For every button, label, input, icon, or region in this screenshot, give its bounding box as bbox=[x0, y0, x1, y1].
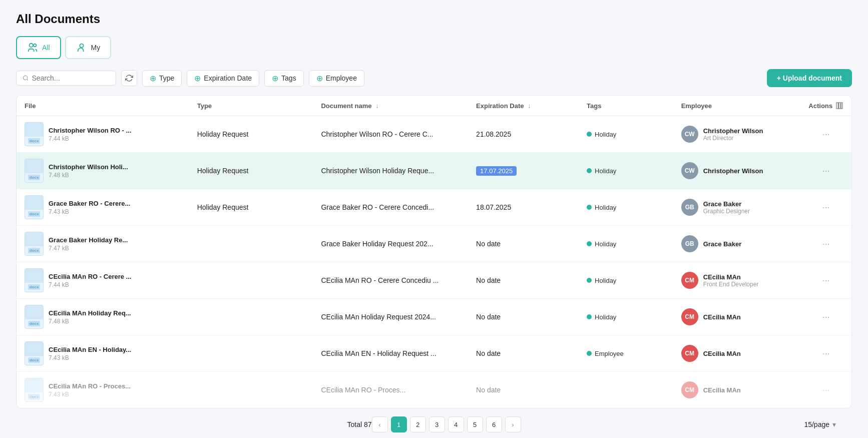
filter-tags-button[interactable]: ⊕ Tags bbox=[264, 70, 304, 87]
tab-all[interactable]: All bbox=[16, 36, 61, 59]
file-size: 7.44 kB bbox=[49, 281, 131, 288]
row-actions-button[interactable]: ··· bbox=[818, 127, 834, 142]
document-name-cell: CEcilia MAn RO - Proces... bbox=[313, 372, 468, 408]
expiration-date-cell: No date bbox=[468, 335, 579, 372]
expiration-date-value: 18.07.2025 bbox=[476, 203, 511, 211]
file-icon: docx bbox=[25, 268, 44, 292]
tag-label: Holiday bbox=[595, 131, 616, 138]
docx-label: docx bbox=[28, 321, 41, 326]
page-4-button[interactable]: 4 bbox=[448, 416, 464, 432]
file-info: CEcilia MAn Holiday Req... 7.48 kB bbox=[49, 309, 131, 325]
docx-label: docx bbox=[28, 138, 41, 144]
filter-employee-label: Employee bbox=[326, 74, 357, 82]
per-page-selector[interactable]: 15/page ▾ bbox=[804, 420, 836, 428]
refresh-button[interactable] bbox=[121, 70, 137, 86]
row-actions-button[interactable]: ··· bbox=[818, 346, 834, 361]
file-cell: docx CEcilia MAn RO - Proces... 7.43 kB bbox=[17, 372, 189, 408]
docx-label: docx bbox=[28, 284, 41, 290]
tags-cell: Employee bbox=[579, 335, 673, 372]
sort-icon-expiration-date: ↓ bbox=[528, 103, 531, 110]
avatar: CM bbox=[681, 272, 698, 289]
document-name-value: Christopher Wilson Holiday Reque... bbox=[321, 167, 434, 175]
tab-bar: All My bbox=[16, 36, 852, 59]
plus-icon-tags: ⊕ bbox=[272, 74, 278, 83]
table-row: docx CEcilia MAn EN - Holiday... 7.43 kB… bbox=[17, 335, 851, 372]
tags-cell: Holiday bbox=[579, 189, 673, 226]
filter-expiration-button[interactable]: ⊕ Expiration Date bbox=[187, 70, 259, 87]
table-row: docx Grace Baker RO - Cerere... 7.43 kB … bbox=[17, 189, 851, 226]
page-3-button[interactable]: 3 bbox=[429, 416, 445, 432]
row-actions-button[interactable]: ··· bbox=[818, 383, 834, 397]
page-container: All Documents All My bbox=[0, 0, 868, 438]
actions-cell: ··· bbox=[800, 226, 851, 262]
file-icon: docx bbox=[25, 159, 44, 183]
refresh-icon bbox=[125, 74, 133, 82]
row-actions-button[interactable]: ··· bbox=[818, 310, 834, 324]
expiration-date-cell: 21.08.2025 bbox=[468, 116, 579, 153]
type-value: Holiday Request bbox=[197, 130, 249, 138]
file-size: 7.43 kB bbox=[49, 208, 130, 215]
page-6-button[interactable]: 6 bbox=[486, 416, 502, 432]
row-actions-button[interactable]: ··· bbox=[818, 237, 834, 251]
expiration-date-cell: No date bbox=[468, 226, 579, 262]
next-page-button[interactable]: › bbox=[505, 416, 521, 432]
upload-document-button[interactable]: + Upload document bbox=[767, 69, 852, 87]
document-name-value: Grace Baker RO - Cerere Concedi... bbox=[321, 203, 434, 211]
tag-label: Employee bbox=[595, 350, 624, 357]
expiration-date-cell: 17.07.2025 bbox=[468, 153, 579, 189]
tab-my[interactable]: My bbox=[65, 36, 112, 59]
chevron-down-icon: ▾ bbox=[832, 420, 836, 428]
filter-employee-button[interactable]: ⊕ Employee bbox=[309, 70, 364, 87]
tag-dot bbox=[587, 132, 592, 137]
file-info: Christopher Wilson RO - ... 7.44 kB bbox=[49, 127, 131, 142]
sort-icon-document-name: ↓ bbox=[375, 103, 378, 110]
svg-rect-6 bbox=[839, 103, 840, 109]
file-info: CEcilia MAn RO - Proces... 7.43 kB bbox=[49, 382, 131, 398]
documents-table-container: File Type Document name ↓ Expiration Dat… bbox=[16, 95, 852, 408]
avatar: GB bbox=[681, 235, 698, 252]
docx-label: docx bbox=[28, 175, 41, 180]
expiration-date-cell: No date bbox=[468, 299, 579, 335]
file-info: CEcilia MAn EN - Holiday... 7.43 kB bbox=[49, 346, 131, 361]
prev-page-button[interactable]: ‹ bbox=[372, 416, 388, 432]
pagination-controls: ‹ 1 2 3 4 5 6 › bbox=[372, 416, 521, 432]
row-actions-button[interactable]: ··· bbox=[818, 273, 834, 288]
employee-cell: CM CEcilia MAn bbox=[673, 372, 801, 408]
search-icon bbox=[23, 75, 29, 82]
document-name-cell: Christopher Wilson Holiday Reque... bbox=[313, 153, 468, 189]
expiration-date-value: No date bbox=[476, 240, 501, 248]
document-name-value: CEcilia MAn RO - Proces... bbox=[321, 386, 405, 394]
tab-all-label: All bbox=[42, 44, 50, 52]
avatar: CW bbox=[681, 126, 698, 143]
file-cell: docx Grace Baker Holiday Re... 7.47 kB bbox=[17, 226, 189, 262]
page-5-button[interactable]: 5 bbox=[467, 416, 483, 432]
col-header-expiration-date[interactable]: Expiration Date ↓ bbox=[468, 96, 579, 116]
tags-cell: Holiday bbox=[579, 116, 673, 153]
row-actions-button[interactable]: ··· bbox=[818, 164, 834, 178]
page-1-button[interactable]: 1 bbox=[391, 416, 407, 432]
file-size: 7.48 kB bbox=[49, 318, 131, 325]
actions-cell: ··· bbox=[800, 262, 851, 299]
svg-point-1 bbox=[34, 44, 37, 47]
file-size: 7.43 kB bbox=[49, 391, 131, 398]
tag-dot bbox=[587, 168, 592, 173]
table-body: docx Christopher Wilson RO - ... 7.44 kB… bbox=[17, 116, 851, 408]
file-size: 7.48 kB bbox=[49, 172, 128, 179]
search-input[interactable] bbox=[32, 74, 110, 82]
row-actions-button[interactable]: ··· bbox=[818, 200, 834, 215]
page-2-button[interactable]: 2 bbox=[410, 416, 426, 432]
file-name: Grace Baker RO - Cerere... bbox=[49, 200, 130, 207]
col-header-document-name[interactable]: Document name ↓ bbox=[313, 96, 468, 116]
file-icon: docx bbox=[25, 378, 44, 402]
actions-cell: ··· bbox=[800, 299, 851, 335]
filter-type-button[interactable]: ⊕ Type bbox=[142, 70, 182, 87]
svg-point-2 bbox=[80, 44, 83, 48]
tag-label: Holiday bbox=[595, 204, 616, 211]
expiration-date-cell: No date bbox=[468, 262, 579, 299]
svg-rect-7 bbox=[841, 103, 842, 109]
tags-cell bbox=[579, 372, 673, 408]
file-name: Grace Baker Holiday Re... bbox=[49, 236, 128, 244]
tag-dot bbox=[587, 314, 592, 319]
employee-role: Graphic Designer bbox=[703, 208, 750, 215]
columns-icon bbox=[835, 102, 843, 110]
